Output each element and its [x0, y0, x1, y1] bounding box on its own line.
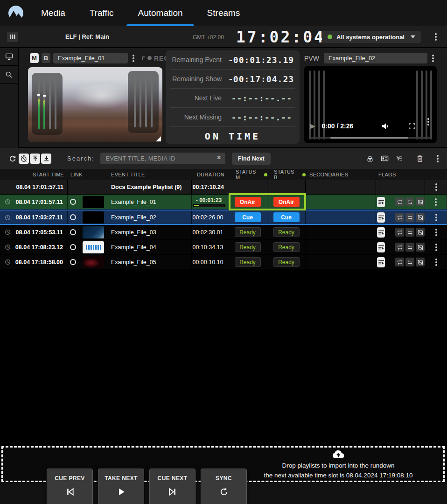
transition-button[interactable]	[405, 197, 414, 206]
status-m-button[interactable]: Cue	[235, 212, 261, 222]
app-logo-icon[interactable]	[7, 5, 24, 21]
cue-prev-button[interactable]: CUE PREV	[47, 469, 93, 504]
playlist-header-row[interactable]: 08.04 17:01:57.11 Docs Example Playlist …	[0, 180, 447, 195]
resize-handle[interactable]	[156, 136, 161, 141]
row-kebab-icon[interactable]	[435, 201, 437, 203]
no-graphics-button[interactable]	[416, 197, 425, 206]
sidebar-item-monitor[interactable]	[0, 48, 18, 66]
loop-button[interactable]	[395, 197, 404, 206]
loop-button[interactable]	[395, 243, 404, 252]
playlist-kebab-icon[interactable]	[435, 186, 437, 188]
rundown-row-4[interactable]: 08.04 17:08:23.12 Example_File_04 00:10:…	[0, 240, 447, 255]
thumbnail[interactable]	[83, 241, 104, 253]
program-badge-b[interactable]: B	[42, 53, 50, 63]
link-node[interactable]	[70, 199, 76, 205]
link-node[interactable]	[70, 229, 76, 235]
status-m-button[interactable]: Ready	[235, 227, 261, 237]
search-input[interactable]	[100, 153, 225, 164]
rundown-row-1[interactable]: 08.04 17:01:57.11 Example_File_01 - 00:0…	[0, 195, 447, 210]
no-graphics-button[interactable]	[416, 228, 425, 237]
playlist-play-button[interactable]	[377, 212, 385, 223]
status-m-button[interactable]: OnAir	[235, 197, 261, 207]
thumbnail[interactable]	[83, 226, 104, 238]
follow-selection-off-button[interactable]	[394, 154, 404, 164]
next-live-label: Next Live	[167, 94, 222, 102]
delete-button[interactable]	[415, 154, 425, 164]
transition-button[interactable]	[405, 228, 414, 237]
find-next-button[interactable]: Find Next	[232, 153, 271, 165]
playlist-play-button[interactable]	[377, 242, 385, 252]
pvw-player-kebab-icon[interactable]	[427, 121, 429, 123]
layout-columns-button[interactable]	[7, 32, 18, 42]
loop-button[interactable]	[395, 213, 404, 222]
thumbnail[interactable]	[83, 211, 104, 224]
thumbnail[interactable]	[83, 196, 104, 208]
playlist-play-icon	[378, 230, 384, 235]
transition-button[interactable]	[405, 213, 414, 222]
col-flags: FLAGS	[376, 172, 425, 177]
no-graphics-icon	[418, 245, 423, 250]
program-file-input[interactable]	[53, 53, 128, 63]
tab-automation[interactable]: Automation	[126, 0, 195, 26]
preview-kebab-icon[interactable]	[432, 57, 434, 59]
row-kebab-icon[interactable]	[435, 231, 437, 233]
status-b-button[interactable]: Ready	[273, 227, 300, 237]
clear-search-icon[interactable]: ×	[217, 154, 221, 162]
rundown-row-5[interactable]: 08.04 17:18:58.00 Example_File_05 00:00:…	[0, 255, 447, 270]
transition-icon	[407, 230, 413, 235]
statusbar-kebab-icon[interactable]	[435, 36, 437, 38]
toolbar-kebab-icon[interactable]	[437, 158, 439, 160]
no-graphics-button[interactable]	[416, 213, 425, 222]
playlist-play-icon	[378, 259, 384, 265]
take-next-button[interactable]: TAKE NEXT	[98, 469, 144, 504]
link-node[interactable]	[70, 214, 76, 220]
sync-button[interactable]: SYNC	[201, 469, 247, 504]
refresh-button[interactable]	[7, 154, 18, 164]
fullscreen-icon[interactable]	[408, 123, 415, 130]
transition-button[interactable]	[405, 243, 414, 252]
play-icon[interactable]: ▶	[310, 122, 315, 130]
cue-next-button[interactable]: CUE NEXT	[149, 469, 196, 504]
system-status-dropdown[interactable]: All systems operational	[322, 31, 421, 43]
link-node[interactable]	[70, 259, 76, 265]
link-node[interactable]	[70, 244, 76, 250]
playlist-play-button[interactable]	[377, 227, 385, 238]
sidebar-item-search[interactable]	[0, 66, 18, 84]
pvw-progress-bar[interactable]	[310, 137, 431, 139]
clock-icon	[5, 244, 11, 250]
rundown-row-3[interactable]: 08.04 17:05:53.11 Example_File_03 00:02:…	[0, 225, 447, 240]
loop-button[interactable]	[395, 258, 404, 266]
no-graphics-button[interactable]	[416, 243, 425, 252]
thumbnail[interactable]	[83, 256, 104, 268]
status-b-button[interactable]: Cue	[273, 212, 300, 222]
status-m-button[interactable]: Ready	[235, 257, 261, 267]
media-info-button[interactable]	[379, 154, 390, 164]
status-m-button[interactable]: Ready	[235, 242, 261, 252]
event-progress-bar	[193, 204, 225, 207]
scroll-to-onair-button[interactable]	[41, 154, 51, 164]
no-graphics-button[interactable]	[416, 258, 425, 266]
status-b-button[interactable]: OnAir	[273, 197, 300, 207]
row-kebab-icon[interactable]	[435, 217, 437, 218]
row-kebab-icon[interactable]	[435, 261, 437, 263]
transition-button[interactable]	[405, 258, 414, 266]
lock-button[interactable]	[365, 154, 375, 164]
playlist-play-button[interactable]	[377, 257, 385, 267]
rundown-row-2[interactable]: 08.04 17:03:27.11 Example_File_02 00:02:…	[0, 210, 447, 225]
tab-streams[interactable]: Streams	[195, 0, 252, 26]
row-kebab-icon[interactable]	[435, 246, 437, 248]
tab-traffic[interactable]: Traffic	[77, 0, 126, 26]
loop-button[interactable]	[395, 228, 404, 237]
volume-icon[interactable]	[381, 122, 390, 130]
program-kebab-icon[interactable]	[133, 57, 134, 59]
scroll-to-top-button[interactable]	[30, 154, 40, 164]
trash-x-icon	[416, 155, 424, 162]
timer-off-toggle[interactable]	[19, 154, 29, 164]
tab-media[interactable]: Media	[29, 0, 77, 26]
playlist-play-button[interactable]	[377, 197, 385, 207]
next-live-value: --:--:--.--	[222, 93, 299, 103]
status-b-button[interactable]: Ready	[273, 257, 300, 267]
status-b-button[interactable]: Ready	[273, 242, 300, 252]
program-badge-m[interactable]: M	[30, 53, 39, 63]
preview-file-input[interactable]	[324, 53, 427, 63]
